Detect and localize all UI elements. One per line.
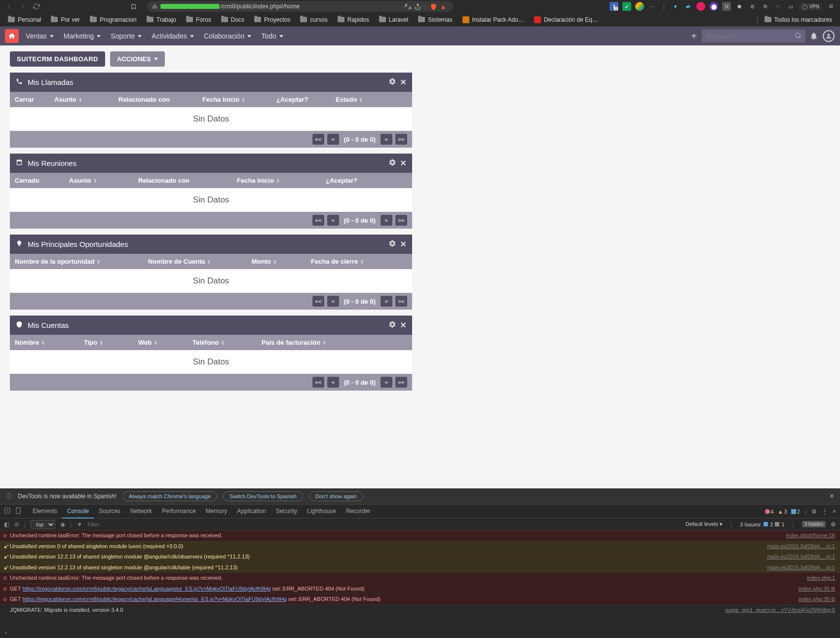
sort-icon[interactable]: ▲▼ bbox=[93, 178, 97, 183]
sort-icon[interactable]: ▲▼ bbox=[99, 340, 103, 345]
device-icon[interactable] bbox=[15, 507, 22, 516]
log-source-link[interactable]: main-es2015.3af28d4….js:1 bbox=[767, 553, 835, 561]
gear-icon[interactable] bbox=[388, 320, 396, 330]
devtools-more-icon[interactable]: ⋮ bbox=[822, 508, 828, 515]
column-header[interactable]: Web▲▼ bbox=[138, 339, 192, 346]
devtools-banner-close[interactable]: × bbox=[830, 492, 834, 501]
info-count-badge[interactable]: 2 bbox=[791, 509, 800, 515]
devtools-tab-recorder[interactable]: Recorder bbox=[341, 505, 375, 518]
pill-match-language[interactable]: Always match Chrome's language bbox=[122, 491, 217, 501]
log-source-link[interactable]: main-es2015.3af28d4….js:1 bbox=[767, 542, 835, 551]
column-header[interactable]: Monto▲▼ bbox=[252, 258, 311, 265]
log-link[interactable]: https://inigocalderon.com/crm8/public/le… bbox=[22, 586, 270, 592]
devtools-tab-security[interactable]: Security bbox=[271, 505, 302, 518]
sort-icon[interactable]: ▲▼ bbox=[273, 259, 277, 264]
home-button[interactable] bbox=[5, 29, 19, 43]
warning-count-badge[interactable]: ▲3 bbox=[778, 509, 787, 515]
page-next-button[interactable]: > bbox=[381, 296, 392, 307]
devtools-tab-elements[interactable]: Elements bbox=[28, 505, 62, 518]
nav-colaboración[interactable]: Colaboración bbox=[199, 27, 257, 45]
log-source-link[interactable]: index.php:35 ⧉ bbox=[799, 585, 835, 593]
nav-todo[interactable]: Todo bbox=[256, 27, 288, 45]
ext-icon-5[interactable]: ▼ bbox=[671, 2, 680, 11]
console-clear-icon[interactable]: ⊘ bbox=[14, 521, 19, 528]
page-prev-button[interactable]: < bbox=[327, 377, 339, 388]
close-icon[interactable]: × bbox=[400, 158, 406, 169]
column-header[interactable]: Relacionado con bbox=[138, 177, 237, 184]
console-filter-input[interactable] bbox=[87, 521, 137, 527]
pill-switch-spanish[interactable]: Switch DevTools to Spanish bbox=[223, 491, 303, 501]
nav-marketing[interactable]: Marketing bbox=[59, 27, 106, 45]
close-icon[interactable]: × bbox=[400, 77, 406, 88]
page-next-button[interactable]: > bbox=[381, 134, 392, 145]
ext-icon-12[interactable]: ⧉ bbox=[761, 2, 769, 11]
column-header[interactable]: Relacionado con bbox=[118, 96, 202, 103]
devtools-tab-application[interactable]: Application bbox=[232, 505, 271, 518]
page-first-button[interactable]: << bbox=[312, 134, 324, 145]
url-bar[interactable]: ⁂ /crm8/public/index.php#/home | ▲ bbox=[147, 1, 453, 12]
devtools-tab-performance[interactable]: Performance bbox=[157, 505, 201, 518]
bookmark-sistemas[interactable]: Sistemas bbox=[414, 15, 456, 25]
sort-icon[interactable]: ▲▼ bbox=[153, 340, 157, 345]
bookmark-docs[interactable]: Docs bbox=[217, 15, 248, 25]
reload-button[interactable] bbox=[32, 1, 41, 11]
devtools-tab-lighthouse[interactable]: Lighthouse bbox=[302, 505, 341, 518]
sort-icon[interactable]: ▲▼ bbox=[207, 259, 211, 264]
ext-icon-8[interactable]: ⬤ bbox=[709, 2, 718, 11]
ext-icon-2[interactable]: ✓ bbox=[622, 2, 631, 11]
log-source-link[interactable]: index.php:35 ⧉ bbox=[799, 595, 835, 603]
gear-icon[interactable] bbox=[388, 239, 396, 249]
console-sidebar-icon[interactable]: ◧ bbox=[4, 521, 9, 528]
user-avatar-button[interactable] bbox=[822, 30, 835, 42]
gear-icon[interactable] bbox=[388, 78, 396, 87]
page-prev-button[interactable]: < bbox=[327, 296, 339, 307]
column-header[interactable]: Asunto▲▼ bbox=[69, 177, 138, 184]
brave-logo-icon[interactable]: ▲ bbox=[438, 1, 448, 11]
page-last-button[interactable]: >> bbox=[395, 296, 407, 307]
column-header[interactable]: ¿Aceptar? bbox=[326, 177, 385, 184]
sort-icon[interactable]: ▲▼ bbox=[360, 259, 364, 264]
sort-icon[interactable]: ▲▼ bbox=[41, 340, 45, 345]
nav-ventas[interactable]: Ventas bbox=[21, 27, 59, 45]
sort-icon[interactable]: ▲▼ bbox=[97, 259, 101, 264]
sort-icon[interactable]: ▲▼ bbox=[78, 97, 82, 102]
devtools-settings-icon[interactable]: ⚙ bbox=[811, 508, 817, 515]
search-icon[interactable] bbox=[795, 32, 802, 41]
column-header[interactable]: Cerrar bbox=[15, 96, 54, 103]
bookmark-personal[interactable]: Personal bbox=[4, 15, 45, 25]
ext-icon-4[interactable]: ⋯ bbox=[648, 2, 657, 11]
sort-icon[interactable]: ▲▼ bbox=[241, 97, 245, 102]
sort-icon[interactable]: ▲▼ bbox=[276, 178, 280, 183]
levels-dropdown[interactable]: Default levels ▾ bbox=[686, 521, 723, 527]
gear-icon[interactable] bbox=[388, 159, 396, 168]
ext-icon-11[interactable]: ⚙ bbox=[748, 2, 757, 11]
eye-icon[interactable]: ◉ bbox=[60, 521, 65, 528]
ext-icon-9[interactable]: N bbox=[722, 2, 731, 11]
ext-icon-14[interactable]: ▭ bbox=[786, 2, 795, 11]
log-source-link[interactable]: main-es2015.3af28d4….js:1 bbox=[767, 563, 835, 572]
column-header[interactable]: Fecha Inicio▲▼ bbox=[237, 177, 326, 184]
bookmark-instalar-pack-ado-[interactable]: Instalar Pack Ado… bbox=[458, 15, 528, 25]
nav-soporte[interactable]: Soporte bbox=[106, 27, 147, 45]
page-next-button[interactable]: > bbox=[381, 215, 392, 226]
column-header[interactable]: Tipo▲▼ bbox=[84, 339, 138, 346]
page-last-button[interactable]: >> bbox=[395, 377, 407, 388]
page-first-button[interactable]: << bbox=[312, 215, 324, 226]
page-first-button[interactable]: << bbox=[312, 296, 324, 307]
bookmark-por-ver[interactable]: Por ver bbox=[47, 15, 84, 25]
ext-icon-3[interactable] bbox=[635, 2, 644, 11]
column-header[interactable]: ¿Aceptar? bbox=[276, 96, 336, 103]
close-icon[interactable]: × bbox=[400, 319, 406, 331]
column-header[interactable]: Fecha de cierre▲▼ bbox=[311, 258, 385, 265]
devtools-close-icon[interactable]: × bbox=[833, 508, 836, 515]
column-header[interactable]: Nombre▲▼ bbox=[15, 339, 84, 346]
context-select[interactable]: top bbox=[31, 520, 55, 529]
column-header[interactable]: Estado▲▼ bbox=[336, 96, 385, 103]
ext-icon-13[interactable]: □ bbox=[773, 2, 782, 11]
hidden-count[interactable]: 3 hidden bbox=[802, 521, 826, 527]
bookmark-proyectos[interactable]: Proyectos bbox=[250, 15, 294, 25]
page-prev-button[interactable]: < bbox=[327, 215, 339, 226]
ext-icon-10[interactable]: ❋ bbox=[735, 2, 744, 11]
page-first-button[interactable]: << bbox=[312, 377, 324, 388]
column-header[interactable]: Fecha Inicio▲▼ bbox=[202, 96, 276, 103]
